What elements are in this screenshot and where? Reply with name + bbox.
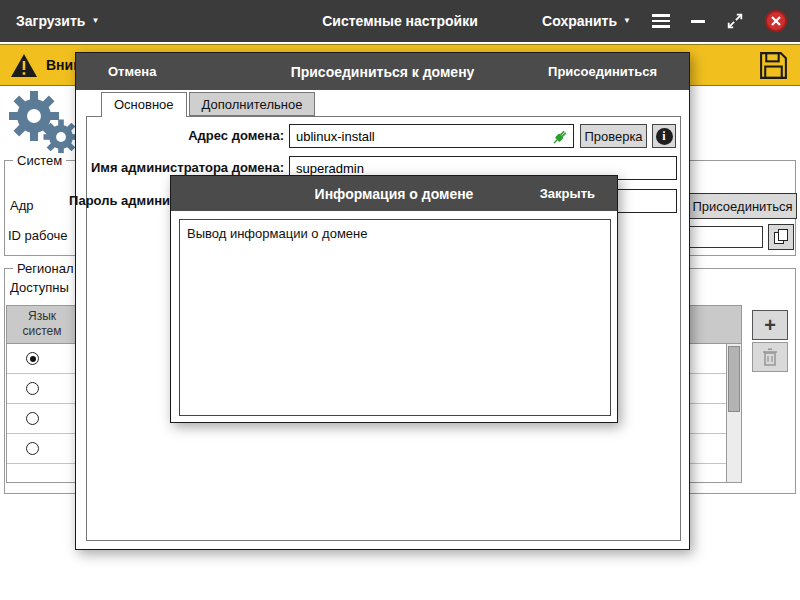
check-button[interactable]: Проверка [580, 124, 647, 148]
join-button[interactable]: Присоединиться [548, 64, 657, 79]
radio-icon[interactable] [26, 382, 39, 395]
close-button[interactable]: Закрыть [540, 186, 595, 201]
domain-address-label: Адрес домена: [188, 128, 284, 143]
table-scrollbar[interactable] [726, 344, 741, 482]
domain-info-dialog: Информация о домене Закрыть Вывод информ… [170, 175, 618, 423]
warning-icon [10, 53, 38, 78]
remove-language-button[interactable] [752, 342, 788, 372]
radio-icon[interactable] [26, 442, 39, 455]
domain-address-input[interactable] [290, 125, 573, 147]
tab-additional[interactable]: Дополнительное [189, 92, 316, 116]
add-language-button[interactable]: + [752, 310, 788, 340]
close-icon[interactable] [765, 10, 787, 32]
hamburger-icon [652, 14, 670, 28]
load-menu-button[interactable]: Загрузить ▼ [16, 13, 99, 29]
save-icon[interactable] [758, 50, 789, 81]
chevron-down-icon: ▼ [623, 17, 631, 25]
scrollbar-thumb[interactable] [728, 346, 740, 412]
system-settings-window: Загрузить ▼ Системные настройки Сохранит… [0, 0, 800, 600]
admin-name-label: Имя администратора домена: [91, 160, 284, 175]
copy-button[interactable] [768, 224, 794, 250]
domain-address-row: Адрес домена: Проверка i [76, 124, 689, 148]
titlebar: Загрузить ▼ Системные настройки Сохранит… [0, 0, 800, 42]
available-languages-label: Доступны [10, 280, 69, 295]
titlebar-actions: Сохранить ▼ [542, 10, 787, 32]
radio-icon[interactable] [26, 412, 39, 425]
minimize-icon[interactable] [691, 20, 705, 23]
language-column-header: Язык систем [7, 309, 77, 339]
tab-main[interactable]: Основное [101, 92, 187, 117]
cancel-button[interactable]: Отмена [108, 64, 156, 79]
save-menu-label: Сохранить [542, 13, 617, 29]
trash-icon [761, 347, 779, 367]
join-dialog-titlebar: Отмена Присоединиться к домену Присоедин… [76, 53, 689, 90]
menu-icon[interactable] [652, 14, 670, 28]
domain-info-button[interactable]: i [652, 124, 676, 148]
save-menu-button[interactable]: Сохранить ▼ [542, 13, 631, 29]
domain-info-output: Вывод информации о домене [179, 219, 611, 416]
info-icon: i [656, 128, 673, 145]
info-dialog-titlebar: Информация о домене Закрыть [171, 176, 617, 211]
copy-icon [772, 228, 790, 246]
join-domain-button[interactable]: Присоединиться [688, 193, 797, 219]
tab-bar: Основное Дополнительное [101, 92, 315, 117]
regional-groupbox-label: Регионал [13, 261, 78, 276]
system-groupbox-label: Систем [13, 153, 66, 168]
address-label: Адр [10, 198, 34, 213]
radio-selected-icon[interactable] [26, 352, 39, 365]
workstation-id-label: ID рабоче [8, 228, 67, 243]
domain-address-field-wrap [289, 124, 574, 148]
chevron-down-icon: ▼ [91, 17, 99, 25]
maximize-icon[interactable] [726, 12, 744, 30]
connection-ok-plug-icon [550, 127, 570, 151]
load-menu-label: Загрузить [16, 13, 85, 29]
